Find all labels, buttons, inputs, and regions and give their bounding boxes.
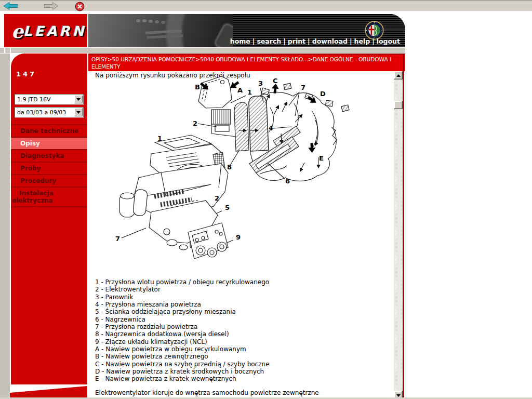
legend-item: A - Nawiew powietrza w obiegu recyrkulow… (95, 345, 270, 353)
diagram-label: 5 (225, 204, 230, 211)
scroll-up-button[interactable] (394, 71, 403, 79)
diagram-label: E (319, 154, 324, 162)
sidebar-item-dane-techniczne[interactable]: Dane techniczne (11, 124, 87, 138)
legend-item: 8 - Nagrzewnica dodatkowa (wersja diesel… (95, 330, 270, 338)
legend-item: D - Nawiew powietrza z kratek środkowych… (95, 368, 270, 375)
legend-item: C - Nawiew powietrza na szybę przednią /… (95, 361, 270, 368)
forward-icon[interactable] (44, 2, 59, 12)
diagram-label: B (195, 83, 200, 91)
strip-divider (4, 47, 5, 54)
diagram-label: D (320, 90, 326, 98)
nav-separator: | (281, 37, 288, 45)
nav-search[interactable]: search (257, 37, 281, 45)
isometric-assembly (119, 135, 228, 259)
legend-item: 3 - Parownik (95, 294, 270, 301)
window-right-border (403, 54, 404, 399)
diagram-label: A (237, 86, 243, 94)
sidebar-menu: Dane techniczne Opisy Diagnostyka Próby … (11, 124, 87, 207)
legend-list: 1 - Przysłona wlotu powietrza / obiegu r… (95, 278, 270, 383)
diagram-label: 2 (215, 194, 219, 202)
nav-print[interactable]: print (288, 37, 305, 45)
legend-item: 4 - Przysłona mieszania powietrza (95, 301, 270, 308)
model-number: 147 (16, 70, 36, 78)
browser-toolbar (0, 0, 532, 11)
legend-item: 1 - Przysłona wlotu powietrza / obiegu r… (95, 278, 270, 286)
elearn-window: eLEARN home|search|print|download|h (0, 0, 532, 399)
diagram-label: 2 (193, 119, 197, 127)
diagram-label: 6 (285, 177, 290, 185)
diagram-label: 8 (227, 163, 232, 171)
nav-help[interactable]: help (354, 37, 370, 45)
strip-divider (10, 47, 11, 54)
back-icon[interactable] (3, 2, 18, 12)
legend-item: E - Nawiew powietrza z kratek wewnętrzny… (95, 375, 270, 382)
diagram-label: 7 (301, 84, 305, 91)
diagram-label: 4 (269, 124, 273, 132)
nav-separator: | (348, 37, 354, 45)
sidebar-item-opisy[interactable]: Opisy (11, 138, 87, 150)
nav-home[interactable]: home (230, 37, 250, 45)
logo-letter-e: e (11, 20, 23, 42)
logo-learn: LEARN (23, 23, 86, 39)
content-area: Na poniższym rysunku pokazano przekrój z… (88, 71, 394, 397)
legend-item: 7 - Przysłona rozdziału powietrza (95, 323, 270, 330)
banner-photo (88, 14, 244, 47)
sidebar-item-instalacja-elektryczna[interactable]: Instalacja elektryczna (11, 188, 87, 207)
sidebar-item-procedury[interactable]: Procedury (11, 175, 87, 188)
legend-item: B - Nawiew powietrza zewnętrznego (95, 353, 270, 360)
header-divider-strip (0, 47, 405, 54)
breadcrumb-line1: OPISY>50 URZĄDZENIA POMOCNICZE>5040 OBUD… (91, 56, 405, 70)
sidebar: 147 1.9 JTD 16V da 03/03 a 09/03 Dane te… (11, 54, 87, 384)
sidebar-item-proby[interactable]: Próby (11, 163, 87, 175)
sidebar-item-diagnostyka[interactable]: Diagnostyka (11, 150, 87, 163)
engine-select-value: 1.9 JTD 16V (17, 96, 50, 103)
elearn-logo-text: eLEARN (11, 20, 86, 42)
vertical-scrollbar[interactable] (394, 71, 403, 399)
diagram-label: C (273, 77, 278, 85)
hvac-diagram: B A 1 3 C 7 D 2 4 8 6 E 1 2 5 7 9 (88, 75, 379, 279)
nav-download[interactable]: download (312, 37, 348, 45)
nav-logout[interactable]: logout (377, 37, 400, 45)
range-select-value: da 03/03 a 09/03 (17, 109, 66, 116)
scrollbar-thumb[interactable] (394, 101, 403, 109)
legend-item: 5 - Ścianka oddzielająca przysłony miesz… (95, 308, 270, 315)
chevron-down-icon[interactable] (74, 108, 83, 116)
breadcrumb: OPISY>50 URZĄDZENIA POMOCNICZE>5040 OBUD… (88, 54, 405, 71)
nav-separator: | (370, 37, 377, 45)
legend-item: 6 - Nagrzewnica (95, 316, 270, 323)
diagram-label: 3 (258, 79, 263, 87)
top-navigation: home|search|print|download|help|logout (230, 37, 400, 45)
badge-divider-line (382, 30, 405, 30)
nav-separator: | (305, 37, 312, 45)
range-select[interactable]: da 03/03 a 09/03 (15, 107, 84, 117)
nav-separator: | (250, 37, 257, 45)
diagram-label: 1 (247, 88, 252, 96)
stop-icon[interactable] (75, 2, 85, 14)
elearn-logo[interactable]: eLEARN (4, 14, 87, 47)
chevron-down-icon[interactable] (74, 95, 83, 103)
diagram-label: 1 (157, 135, 162, 142)
diagram-label: 7 (115, 235, 120, 243)
header-banner: home|search|print|download|help|logout (88, 14, 405, 47)
body-paragraph: Elektrowentylator kieruje do wnętrza sam… (95, 389, 319, 396)
legend-item: 9 - Złącze układu klimatyzacji (NCL) (95, 338, 270, 345)
legend-item: 2 - Elektrowentylator (95, 286, 270, 293)
sidebar-gutter (0, 54, 11, 399)
engine-select[interactable]: 1.9 JTD 16V (15, 94, 84, 104)
diagram-label: 9 (236, 233, 241, 241)
banner-photo-dots (136, 19, 140, 22)
